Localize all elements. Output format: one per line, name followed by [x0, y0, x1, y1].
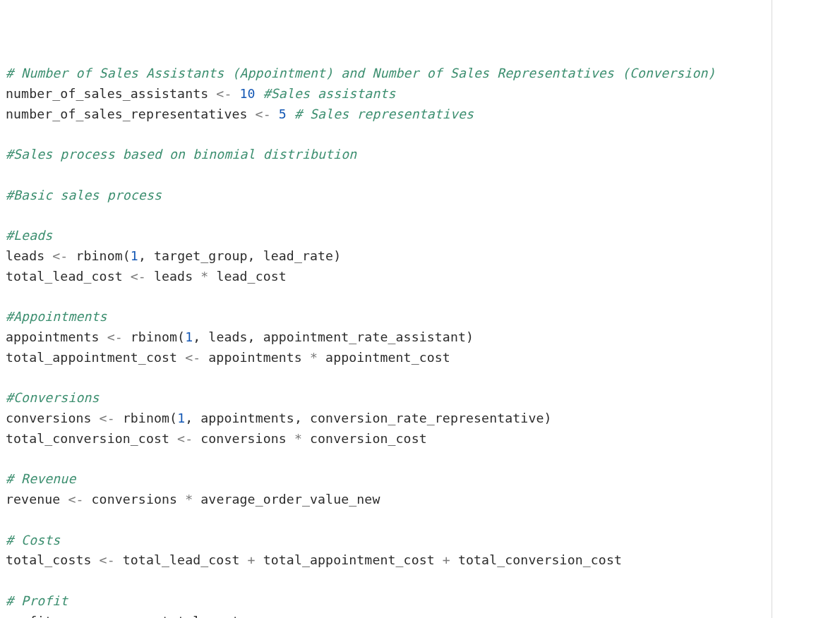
code-line: #Sales process based on binomial distrib… [6, 145, 834, 165]
code-token-num: 1 [177, 411, 185, 425]
code-token-id: , appointments, conversion_rate_represen… [185, 411, 551, 425]
code-token-op: <- [185, 350, 200, 365]
code-token-id: leads [146, 269, 200, 284]
code-token-cm: #Sales process based on binomial distrib… [6, 147, 356, 162]
code-token-op: <- [60, 614, 76, 619]
code-token-id [287, 107, 294, 121]
code-token-id: total_conversion_cost [6, 431, 177, 446]
code-line: #Conversions [6, 388, 834, 408]
code-line: # Costs [6, 531, 834, 551]
code-token-op: <- [100, 552, 115, 567]
code-lines: # Number of Sales Assistants (Appointmen… [6, 63, 834, 618]
code-token-id: total_costs [154, 614, 248, 619]
code-token-cm: # Profit [6, 593, 68, 608]
code-token-id: appointment_cost [318, 350, 450, 365]
code-token-id: lead_cost [208, 269, 287, 284]
code-line: profit <- revenue - total_costs [6, 612, 834, 619]
code-token-id: total_costs [6, 552, 100, 567]
code-token-id [256, 86, 263, 101]
code-line: total_appointment_cost <- appointments *… [6, 348, 834, 368]
code-line [6, 510, 834, 531]
code-token-op: <- [107, 329, 123, 344]
code-token-op: * [185, 492, 193, 507]
code-token-cm: #Conversions [6, 390, 100, 405]
code-line [6, 125, 834, 145]
code-token-cm: #Sales assistants [263, 86, 396, 101]
code-line: conversions <- rbinom(1, appointments, c… [6, 408, 834, 429]
code-line: #Appointments [6, 307, 834, 327]
code-token-op: * [294, 431, 302, 446]
code-token-id: total_appointment_cost [256, 552, 443, 567]
code-token-op: <- [216, 86, 232, 101]
code-token-num: 5 [279, 107, 287, 121]
code-token-id: total_appointment_cost [6, 350, 185, 365]
code-token-id: , leads, appointment_rate_assistant) [193, 329, 474, 344]
code-token-id [232, 86, 239, 101]
code-token-op: + [443, 552, 450, 567]
code-token-cm: #Basic sales process [6, 188, 162, 202]
code-token-id: number_of_sales_assistants [6, 86, 216, 101]
code-line: leads <- rbinom(1, target_group, lead_ra… [6, 246, 834, 267]
code-line: revenue <- conversions * average_order_v… [6, 490, 834, 510]
code-token-id: revenue [6, 492, 68, 507]
code-token-num: 1 [131, 248, 138, 263]
code-token-num: 1 [185, 329, 193, 344]
code-token-op: <- [177, 431, 193, 446]
code-token-cm: # Costs [6, 533, 60, 547]
code-token-num: 10 [240, 86, 256, 101]
code-token-op: <- [131, 269, 146, 284]
code-token-id: conversions [84, 492, 186, 507]
code-token-op: * [200, 269, 208, 284]
code-token-id: total_lead_cost [115, 552, 248, 567]
code-token-id: rbinom( [123, 329, 185, 344]
code-line: # Profit [6, 591, 834, 612]
code-token-id: conversions [193, 431, 294, 446]
code-token-id: , target_group, lead_rate) [138, 248, 341, 263]
code-token-op: - [146, 614, 154, 619]
code-token-id: profit [6, 614, 60, 619]
code-line [6, 368, 834, 389]
code-token-id: number_of_sales_representatives [6, 107, 256, 121]
code-line [6, 206, 834, 226]
code-token-op: <- [256, 107, 271, 121]
code-token-id: appointments [200, 350, 310, 365]
code-token-cm: #Appointments [6, 309, 107, 324]
code-line: number_of_sales_representatives <- 5 # S… [6, 104, 834, 125]
code-token-id: rbinom( [68, 248, 130, 263]
code-line [6, 287, 834, 308]
code-token-cm: # Revenue [6, 471, 76, 486]
code-token-id: appointments [6, 329, 107, 344]
code-token-cm: # Number of Sales Assistants (Appointmen… [6, 66, 716, 80]
code-line: number_of_sales_assistants <- 10 #Sales … [6, 84, 834, 104]
code-token-id [271, 107, 279, 121]
code-token-id: revenue [76, 614, 145, 619]
code-line [6, 571, 834, 591]
code-block: # Number of Sales Assistants (Appointmen… [0, 0, 840, 618]
code-token-cm: # Sales representatives [294, 107, 474, 121]
code-token-op: + [248, 552, 256, 567]
code-token-op: <- [100, 411, 115, 425]
code-line: appointments <- rbinom(1, leads, appoint… [6, 327, 834, 348]
code-token-id: conversion_cost [302, 431, 427, 446]
code-token-op: * [310, 350, 318, 365]
code-token-cm: #Leads [6, 228, 52, 243]
code-token-id: rbinom( [115, 411, 177, 425]
margin-rule [772, 0, 772, 618]
code-line: total_lead_cost <- leads * lead_cost [6, 267, 834, 287]
code-line [6, 449, 834, 470]
code-line: #Basic sales process [6, 186, 834, 206]
code-token-id: conversions [6, 411, 100, 425]
code-token-id: leads [6, 248, 52, 263]
code-line: total_conversion_cost <- conversions * c… [6, 429, 834, 449]
code-token-id: total_conversion_cost [450, 552, 622, 567]
code-line: total_costs <- total_lead_cost + total_a… [6, 550, 834, 571]
code-line: #Leads [6, 226, 834, 246]
code-token-id: total_lead_cost [6, 269, 131, 284]
code-token-op: <- [68, 492, 83, 507]
code-line: # Revenue [6, 469, 834, 490]
code-token-op: <- [52, 248, 68, 263]
code-token-id: average_order_value_new [193, 492, 380, 507]
code-line [6, 165, 834, 186]
code-line: # Number of Sales Assistants (Appointmen… [6, 63, 834, 84]
